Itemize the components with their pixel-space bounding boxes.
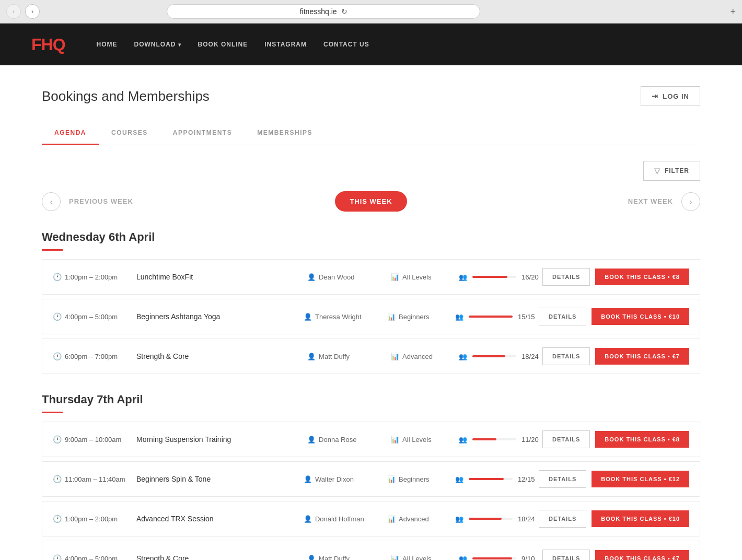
capacity-count: 16/20 [521,273,542,281]
book-class-button[interactable]: BOOK THIS CLASS • €7 [595,550,689,560]
week-navigation: ‹ PREVIOUS WEEK THIS WEEK NEXT WEEK › [42,191,700,212]
add-tab-btn[interactable]: + [730,6,736,17]
bars-icon: 📊 [391,555,399,561]
book-class-button[interactable]: BOOK THIS CLASS • €10 [592,510,689,527]
capacity-bar [472,355,516,357]
class-time: 🕐 1:00pm – 2:00pm [53,273,136,281]
capacity-fill [472,438,496,440]
browser-forward-btn[interactable]: › [25,4,40,19]
class-capacity: 👥 15/15 [455,313,539,321]
class-time-text: 4:00pm – 5:00pm [65,313,118,321]
person-icon: 👤 [307,273,316,281]
capacity-fill [472,276,507,278]
day-heading-1: Thursday 7th April [42,393,700,406]
filter-button[interactable]: ▽ FILTER [643,161,700,181]
filter-label: FILTER [665,167,689,174]
instructor-name: Matt Duffy [319,555,350,561]
class-instructor: 👤 Matt Duffy [307,555,391,561]
nav-instagram[interactable]: INSTAGRAM [264,41,307,48]
details-button[interactable]: DETAILS [542,347,590,365]
day-heading-0: Wednesday 6th April [42,230,700,244]
capacity-fill [469,316,513,318]
book-class-button[interactable]: BOOK THIS CLASS • €10 [592,308,689,325]
class-name: Morning Suspension Training [136,435,307,444]
class-row: 🕐 4:00pm – 5:00pm Beginners Ashtanga Yog… [42,299,700,334]
tab-memberships[interactable]: MEMBERSHIPS [245,122,325,145]
level-text: All Levels [402,555,432,561]
instructor-name: Donna Rose [319,436,356,444]
nav-home[interactable]: HOME [97,41,118,48]
class-level: 📊 Beginners [387,313,455,321]
person-icon: 👤 [304,475,312,483]
class-level: 📊 All Levels [391,436,459,444]
login-label: LOG IN [663,92,689,100]
day-section-0: Wednesday 6th April 🕐 1:00pm – 2:00pm Lu… [42,230,700,374]
page-title: Bookings and Memberships [42,88,210,104]
class-instructor: 👤 Dean Wood [307,273,391,281]
tab-appointments[interactable]: APPOINTMENTS [160,122,245,145]
instructor-name: Dean Wood [319,273,354,281]
capacity-fill [469,518,502,520]
book-class-button[interactable]: BOOK THIS CLASS • €8 [595,269,689,285]
capacity-count: 9/10 [521,555,542,561]
reload-btn[interactable]: ↻ [341,7,347,16]
book-class-button[interactable]: BOOK THIS CLASS • €8 [595,431,689,448]
capacity-icon: 👥 [459,436,467,444]
details-button[interactable]: DETAILS [542,430,590,448]
capacity-icon: 👥 [459,273,467,281]
url-bar[interactable]: fitnesshq.ie ↻ [167,4,480,19]
level-text: Advanced [399,515,429,523]
clock-icon: 🕐 [53,554,62,560]
nav-book-online[interactable]: BOOK ONLINE [198,41,248,48]
book-class-button[interactable]: BOOK THIS CLASS • €12 [592,471,689,487]
bars-icon: 📊 [391,436,399,444]
level-text: All Levels [402,273,432,281]
class-level: 📊 All Levels [391,273,459,281]
capacity-count: 18/24 [521,353,542,360]
nav-contact[interactable]: CONTACT US [323,41,369,48]
level-text: Advanced [402,353,433,360]
class-row: 🕐 9:00am – 10:00am Morning Suspension Tr… [42,422,700,457]
details-button[interactable]: DETAILS [539,470,586,488]
class-name: Advanced TRX Session [136,515,304,523]
prev-week-arrow[interactable]: ‹ [42,192,61,211]
details-button[interactable]: DETAILS [539,308,586,325]
tab-agenda[interactable]: AGENDA [42,122,99,145]
level-text: Beginners [399,313,430,321]
capacity-icon: 👥 [455,515,463,523]
next-week-side: NEXT WEEK › [543,192,700,211]
book-class-button[interactable]: BOOK THIS CLASS • €7 [595,348,689,365]
tab-courses[interactable]: COURSES [99,122,160,145]
details-button[interactable]: DETAILS [542,550,590,560]
clock-icon: 🕐 [53,515,62,523]
capacity-icon: 👥 [455,313,463,321]
clock-icon: 🕐 [53,312,62,321]
person-icon: 👤 [304,313,312,321]
details-button[interactable]: DETAILS [539,510,586,528]
next-week-arrow[interactable]: › [681,192,700,211]
prev-week-label: PREVIOUS WEEK [69,197,133,205]
this-week-button[interactable]: THIS WEEK [335,191,407,212]
capacity-icon: 👥 [459,353,467,360]
instructor-name: Donald Hoffman [315,515,364,523]
class-instructor: 👤 Matt Duffy [307,353,391,360]
nav-download[interactable]: DOWNLOAD ▾ [134,41,181,48]
page-header: Bookings and Memberships ⇥ LOG IN [42,86,700,106]
browser-back-btn[interactable]: ‹ [6,4,21,19]
class-time-text: 1:00pm – 2:00pm [65,515,118,523]
day-underline-0 [42,249,63,251]
details-button[interactable]: DETAILS [542,268,590,286]
class-level: 📊 Beginners [387,475,455,483]
class-level: 📊 Advanced [391,353,459,360]
login-button[interactable]: ⇥ LOG IN [641,86,700,106]
class-time-text: 9:00am – 10:00am [65,436,121,444]
capacity-bar [469,478,513,480]
next-week-label: NEXT WEEK [628,197,673,205]
class-row: 🕐 6:00pm – 7:00pm Strength & Core 👤 Matt… [42,339,700,374]
capacity-bar [472,557,516,559]
capacity-bar [472,438,516,440]
bars-icon: 📊 [387,313,396,321]
class-name: Strength & Core [136,352,307,360]
class-time-text: 6:00pm – 7:00pm [65,353,118,360]
capacity-icon: 👥 [459,555,467,561]
